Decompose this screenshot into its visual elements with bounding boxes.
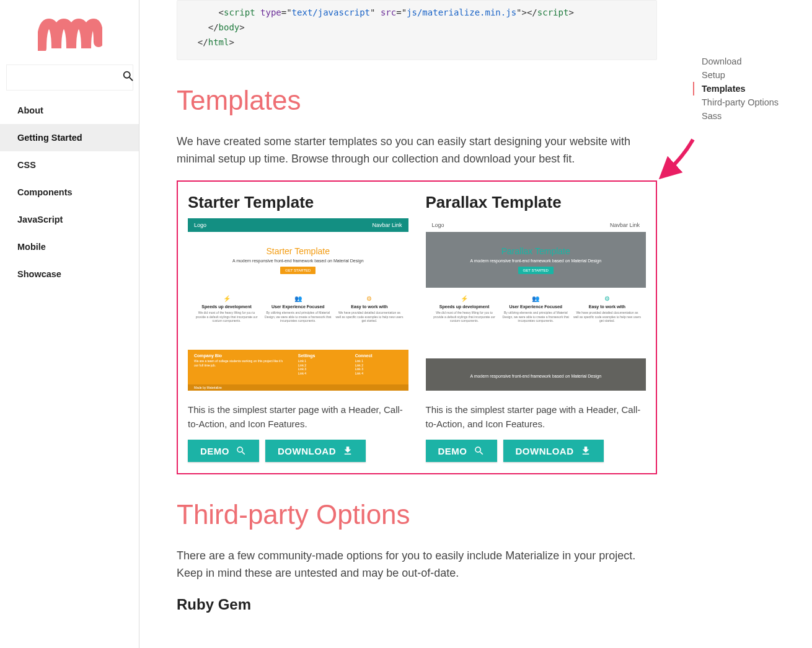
thumb-logo: Logo — [432, 222, 444, 228]
template-parallax-thumb[interactable]: Logo Navbar Link Parallax Template A mod… — [426, 218, 647, 391]
group-icon: 👥 — [264, 295, 332, 302]
toc-third-party[interactable]: Third-party Options — [693, 95, 812, 109]
nav-javascript[interactable]: JavaScript — [0, 206, 139, 233]
search-input[interactable] — [13, 73, 121, 82]
nav-css[interactable]: CSS — [0, 151, 139, 179]
flash-icon: ⚡ — [193, 295, 260, 302]
template-starter: Starter Template Logo Navbar Link Starte… — [188, 193, 408, 462]
toc-templates[interactable]: Templates — [693, 82, 812, 95]
ruby-gem-heading: Ruby Gem — [177, 596, 657, 613]
settings-icon: ⚙ — [573, 295, 641, 302]
toc-setup[interactable]: Setup — [693, 68, 812, 82]
download-icon — [342, 445, 353, 456]
template-starter-title: Starter Template — [188, 193, 408, 212]
search-box[interactable] — [6, 64, 133, 91]
template-parallax-desc: This is the simplest starter page with a… — [426, 403, 647, 431]
toc-download[interactable]: Download — [693, 55, 812, 68]
toc-sass[interactable]: Sass — [693, 109, 812, 123]
thirdparty-desc: There are a few community-made options f… — [177, 548, 657, 582]
thirdparty-heading: Third-party Options — [177, 499, 657, 530]
search-icon — [474, 445, 485, 456]
toc: Download Setup Templates Third-party Opt… — [682, 0, 812, 648]
download-icon — [580, 445, 591, 456]
settings-icon: ⚙ — [335, 295, 403, 302]
template-starter-thumb[interactable]: Logo Navbar Link Starter Template A mode… — [188, 218, 408, 391]
thumb-navlink: Navbar Link — [610, 222, 640, 228]
logo[interactable] — [0, 0, 139, 64]
group-icon: 👥 — [502, 295, 570, 302]
nav-about[interactable]: About — [0, 97, 139, 124]
main-content: <script type="text/javascript" src="js/m… — [139, 0, 682, 648]
nav-showcase[interactable]: Showcase — [0, 260, 139, 288]
nav-components[interactable]: Components — [0, 179, 139, 206]
thumb-logo: Logo — [194, 222, 206, 228]
starter-demo-button[interactable]: DEMO — [188, 440, 259, 462]
template-parallax-title: Parallax Template — [426, 193, 647, 212]
templates-box: Starter Template Logo Navbar Link Starte… — [177, 180, 657, 474]
template-starter-desc: This is the simplest starter page with a… — [188, 403, 408, 431]
template-parallax: Parallax Template Logo Navbar Link Paral… — [426, 193, 647, 462]
parallax-download-button[interactable]: DOWNLOAD — [503, 440, 604, 462]
nav-getting-started[interactable]: Getting Started — [0, 124, 139, 151]
search-icon — [121, 69, 135, 86]
flash-icon: ⚡ — [431, 295, 498, 302]
templates-heading: Templates — [177, 85, 657, 116]
code-block: <script type="text/javascript" src="js/m… — [177, 0, 657, 60]
sidebar: About Getting Started CSS Components Jav… — [0, 0, 139, 648]
templates-desc: We have created some starter templates s… — [177, 133, 657, 168]
thumb-navlink: Navbar Link — [372, 222, 402, 228]
search-icon — [236, 445, 247, 456]
starter-download-button[interactable]: DOWNLOAD — [265, 440, 366, 462]
parallax-demo-button[interactable]: DEMO — [426, 440, 497, 462]
nav-mobile[interactable]: Mobile — [0, 233, 139, 260]
